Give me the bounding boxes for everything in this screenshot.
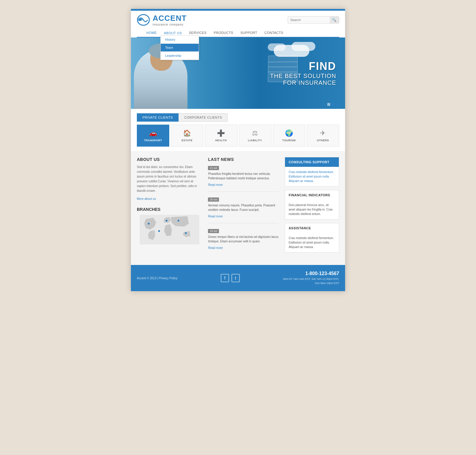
facebook-icon[interactable]: f <box>221 274 229 282</box>
logo-icon <box>137 14 150 26</box>
category-health-label: HEALTH <box>215 139 227 142</box>
category-others-label: OTHERS <box>317 139 329 142</box>
financial-body: Duis placerat rhoncus arcu, sit amet ali… <box>285 200 339 219</box>
consulting-widget: CONSULTING SUPPORT Cras molestie eleifen… <box>285 157 339 186</box>
footer: Accent © 2013 | Privacy Policy f t 1-800… <box>131 265 345 291</box>
news-date-2: 20 oct <box>208 197 219 202</box>
header: ACCENT insurance company 🔍 HOME ABOUT US… <box>131 11 345 37</box>
svg-point-4 <box>148 223 150 225</box>
svg-point-7 <box>185 232 187 234</box>
twitter-icon[interactable]: t <box>231 274 240 282</box>
about-more-link[interactable]: More about us <box>137 197 156 200</box>
search-button[interactable]: 🔍 <box>330 17 339 23</box>
assistance-body: Cras molestie eleifend fermentum. Estibu… <box>285 233 339 252</box>
hero-dot-3[interactable] <box>336 103 339 106</box>
footer-hours-line1: Mon-Fri 7am-1am EST, Sat 7am-11:30pm EST… <box>283 277 339 280</box>
nav-home[interactable]: HOME <box>143 29 160 37</box>
main-content: ABOUT US Sed id dui dolor, eu consectetu… <box>131 151 345 265</box>
category-liability[interactable]: ⚖ LIABILITY <box>239 125 271 147</box>
world-map <box>137 215 202 244</box>
footer-copyright: Accent © 2013 | Privacy Policy <box>137 277 177 280</box>
nav-about-wrapper: ABOUT US History Team Leadership <box>160 30 185 35</box>
nav: HOME ABOUT US History Team Leadership SE… <box>137 29 339 37</box>
category-transport-label: TRANSPORT <box>144 139 162 142</box>
tab-private-clients[interactable]: PRIVATE CLIENTS <box>137 113 178 122</box>
category-liability-label: LIABILITY <box>248 139 262 142</box>
category-transport[interactable]: 🚗 TRANSPORT <box>137 125 169 147</box>
category-estate-label: ESTATE <box>181 139 192 142</box>
social-icons: f t <box>221 274 240 282</box>
dropdown-leadership[interactable]: Leadership <box>161 52 199 60</box>
news-item-2: 20 oct Aenean nonumy mauris. Phasellus p… <box>208 196 279 223</box>
news-readmore-2[interactable]: Read more <box>208 215 223 218</box>
logo-tagline: insurance company <box>153 23 187 26</box>
hero-line3: FOR INSURANCE <box>270 79 336 86</box>
tabs-section: PRIVATE CLIENTS CORPORATE CLIENTS <box>131 109 345 122</box>
dropdown-team[interactable]: Team <box>161 44 199 52</box>
category-estate[interactable]: 🏠 ESTATE <box>171 125 203 147</box>
transport-icon: 🚗 <box>149 129 157 137</box>
about-body: Sed id dui dolor, eu consectetur dui. Et… <box>137 165 202 193</box>
assistance-widget: ASSISTANCE Cras molestie eleifend fermen… <box>285 223 339 252</box>
financial-header: FINANCIAL INDICATORS <box>285 190 339 200</box>
footer-phone: 1-800-123-4567 <box>283 271 339 276</box>
categories: 🚗 TRANSPORT 🏠 ESTATE ➕ HEALTH ⚖ LIABILIT… <box>131 122 345 151</box>
hero-text: FIND THE BEST SOLUTION FOR INSURANCE <box>270 60 336 86</box>
footer-contact: 1-800-123-4567 Mon-Fri 7am-1am EST, Sat … <box>283 271 339 285</box>
hero-line2: THE BEST SOLUTION <box>270 73 336 79</box>
hero-dots <box>327 103 339 106</box>
svg-point-2 <box>138 19 142 21</box>
category-health[interactable]: ➕ HEALTH <box>205 125 237 147</box>
logo-text-area: ACCENT insurance company <box>153 14 187 26</box>
news-readmore-1[interactable]: Read more <box>208 183 223 186</box>
header-top: ACCENT insurance company 🔍 <box>137 14 339 29</box>
tab-buttons: PRIVATE CLIENTS CORPORATE CLIENTS <box>137 113 339 122</box>
nav-support[interactable]: SUPPORT <box>237 29 261 37</box>
assistance-header: ASSISTANCE <box>285 223 339 233</box>
nav-contacts[interactable]: CONTACTS <box>261 29 287 37</box>
right-column: CONSULTING SUPPORT Cras molestie eleifen… <box>285 157 339 259</box>
financial-widget: FINANCIAL INDICATORS Duis placerat rhonc… <box>285 190 339 219</box>
consulting-header: CONSULTING SUPPORT <box>285 157 339 167</box>
assistance-text: Cras molestie eleifend fermentum. Estibu… <box>289 236 335 249</box>
category-tourism[interactable]: 🌍 TOURISM <box>273 125 305 147</box>
dropdown-history[interactable]: History <box>161 36 199 44</box>
category-tourism-label: TOURISM <box>282 139 296 142</box>
logo-name: ACCENT <box>153 14 187 23</box>
branches-title: BRANCHES <box>137 207 202 212</box>
center-column: LAST NEWS 21 oct Phasellus fringilla hen… <box>208 157 285 259</box>
health-icon: ➕ <box>217 129 225 137</box>
news-item-3: 15 oct Donec tempor libero ut nisl lacin… <box>208 228 279 255</box>
news-text-3: Donec tempor libero ut nisl lacinia vel … <box>208 235 279 244</box>
tab-corporate-clients[interactable]: CORPORATE CLIENTS <box>178 113 228 122</box>
svg-point-6 <box>178 220 179 222</box>
hero-line1: FIND <box>270 60 336 73</box>
hero-dot-2[interactable] <box>332 103 335 106</box>
search-box[interactable]: 🔍 <box>288 16 339 23</box>
others-icon: ✈ <box>320 129 325 137</box>
news-text-2: Aenean nonumy mauris. Phasellus porta. P… <box>208 203 279 212</box>
about-title: ABOUT US <box>137 157 202 162</box>
estate-icon: 🏠 <box>183 129 191 137</box>
news-date-1: 21 oct <box>208 166 219 170</box>
svg-point-5 <box>166 220 167 222</box>
liability-icon: ⚖ <box>252 129 258 137</box>
hero-dot-1[interactable] <box>327 103 330 106</box>
page-wrapper: ACCENT insurance company 🔍 HOME ABOUT US… <box>131 9 345 291</box>
svg-point-8 <box>158 230 160 232</box>
search-input[interactable] <box>288 17 330 23</box>
logo-area[interactable]: ACCENT insurance company <box>137 14 187 26</box>
left-column: ABOUT US Sed id dui dolor, eu consectetu… <box>137 157 208 259</box>
nav-dropdown: History Team Leadership <box>160 35 199 60</box>
footer-hours-line2: Sun 9am-10pm EST <box>315 282 339 285</box>
news-date-3: 15 oct <box>208 229 219 233</box>
news-readmore-3[interactable]: Read more <box>208 246 223 250</box>
consulting-body: Cras molestie eleifend fermentum. Estibu… <box>285 167 339 186</box>
consulting-text: Cras molestie eleifend fermentum. Estibu… <box>289 170 335 183</box>
footer-hours: Mon-Fri 7am-1am EST, Sat 7am-11:30pm EST… <box>283 277 339 285</box>
news-item-1: 21 oct Phasellus fringilla hendrerit lec… <box>208 165 279 192</box>
financial-text: Duis placerat rhoncus arcu, sit amet ali… <box>289 203 335 216</box>
news-title: LAST NEWS <box>208 157 279 162</box>
nav-products[interactable]: PRODUCTS <box>210 29 237 37</box>
category-others[interactable]: ✈ OTHERS <box>307 125 339 147</box>
